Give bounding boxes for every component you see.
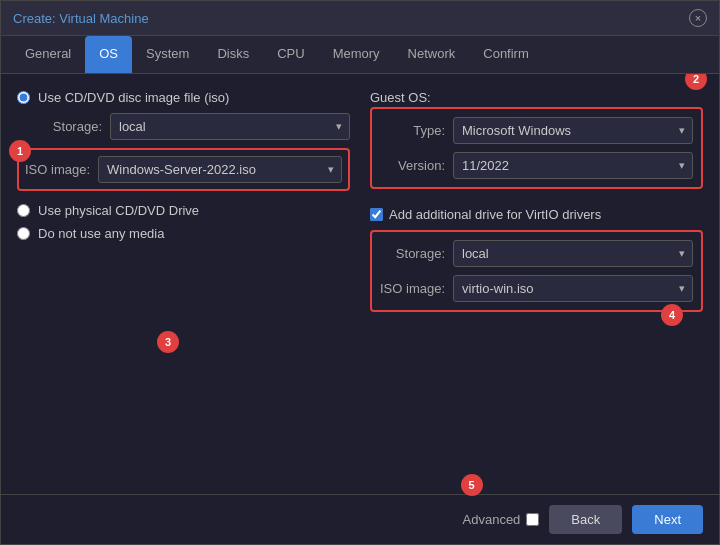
media-options: Use CD/DVD disc image file (iso) Storage… [17, 90, 350, 241]
storage-select-wrapper: local [110, 113, 350, 140]
tab-os[interactable]: OS [85, 36, 132, 73]
iso-row: ISO image: Windows-Server-2022.iso [25, 156, 342, 183]
use-none-label: Do not use any media [38, 226, 164, 241]
tab-network[interactable]: Network [394, 36, 470, 73]
use-physical-option[interactable]: Use physical CD/DVD Drive [17, 203, 350, 218]
use-iso-option[interactable]: Use CD/DVD disc image file (iso) [17, 90, 350, 105]
virtio-iso-select[interactable]: virtio-win.iso [453, 275, 693, 302]
badge-2: 2 [685, 74, 707, 90]
close-button[interactable]: × [689, 9, 707, 27]
next-button[interactable]: Next [632, 505, 703, 534]
virtio-iso-row: ISO image: virtio-win.iso [380, 275, 693, 302]
badge-5: 5 [461, 474, 483, 496]
iso-select[interactable]: Windows-Server-2022.iso [98, 156, 342, 183]
tab-memory[interactable]: Memory [319, 36, 394, 73]
virtio-highlighted-box: Storage: local ISO image: vi [370, 230, 703, 312]
virtio-section: Add additional drive for VirtIO drivers … [370, 207, 703, 312]
iso-highlighted-box: ISO image: Windows-Server-2022.iso [17, 148, 350, 191]
version-label: Version: [380, 158, 445, 173]
tab-system[interactable]: System [132, 36, 203, 73]
tab-disks[interactable]: Disks [203, 36, 263, 73]
virtio-storage-row: Storage: local [380, 240, 693, 267]
virtio-iso-select-wrapper: virtio-win.iso [453, 275, 693, 302]
use-iso-radio[interactable] [17, 91, 30, 104]
badge-4: 4 [661, 304, 683, 326]
tab-confirm[interactable]: Confirm [469, 36, 543, 73]
virtio-checkbox[interactable] [370, 208, 383, 221]
version-select[interactable]: 11/2022 [453, 152, 693, 179]
type-label: Type: [380, 123, 445, 138]
use-none-radio[interactable] [17, 227, 30, 240]
type-select[interactable]: Microsoft Windows [453, 117, 693, 144]
virtio-storage-label: Storage: [380, 246, 445, 261]
footer: 5 Advanced Back Next [1, 494, 719, 544]
right-panel: 2 Guest OS: Type: Microsoft Windows Vers… [370, 90, 703, 478]
iso-row-container: 1 ISO image: Windows-Server-2022.iso [17, 148, 350, 191]
advanced-label: Advanced [463, 512, 521, 527]
tab-cpu[interactable]: CPU [263, 36, 318, 73]
virtio-box-container: 4 Storage: local ISO image: [370, 230, 703, 312]
guest-os-container: 2 Guest OS: Type: Microsoft Windows Vers… [370, 90, 703, 189]
virtio-storage-select-wrapper: local [453, 240, 693, 267]
virtio-checkbox-label: Add additional drive for VirtIO drivers [389, 207, 601, 222]
advanced-check-container: Advanced [463, 512, 540, 527]
type-select-wrapper: Microsoft Windows [453, 117, 693, 144]
guest-os-box: Type: Microsoft Windows Version: 11/2022 [370, 107, 703, 189]
version-select-wrapper: 11/2022 [453, 152, 693, 179]
use-none-option[interactable]: Do not use any media [17, 226, 350, 241]
use-iso-label: Use CD/DVD disc image file (iso) [38, 90, 229, 105]
back-button[interactable]: Back [549, 505, 622, 534]
main-content: Use CD/DVD disc image file (iso) Storage… [1, 74, 719, 494]
advanced-checkbox[interactable] [526, 513, 539, 526]
guest-os-label: Guest OS: [370, 90, 703, 105]
type-row: Type: Microsoft Windows [380, 117, 693, 144]
badge-3: 3 [157, 331, 179, 353]
virtio-checkbox-row: Add additional drive for VirtIO drivers [370, 207, 703, 222]
version-row: Version: 11/2022 [380, 152, 693, 179]
title-bar: Create: Virtual Machine × [1, 1, 719, 36]
dialog-title: Create: Virtual Machine [13, 11, 149, 26]
storage-row: Storage: local [37, 113, 350, 140]
storage-label: Storage: [37, 119, 102, 134]
badge-1: 1 [9, 140, 31, 162]
storage-select[interactable]: local [110, 113, 350, 140]
create-vm-dialog: Create: Virtual Machine × General OS Sys… [0, 0, 720, 545]
left-panel: Use CD/DVD disc image file (iso) Storage… [17, 90, 350, 478]
iso-select-wrapper: Windows-Server-2022.iso [98, 156, 342, 183]
use-physical-radio[interactable] [17, 204, 30, 217]
virtio-storage-select[interactable]: local [453, 240, 693, 267]
iso-label: ISO image: [25, 162, 90, 177]
tab-bar: General OS System Disks CPU Memory Netwo… [1, 36, 719, 74]
use-physical-label: Use physical CD/DVD Drive [38, 203, 199, 218]
tab-general[interactable]: General [11, 36, 85, 73]
virtio-iso-label: ISO image: [380, 281, 445, 296]
